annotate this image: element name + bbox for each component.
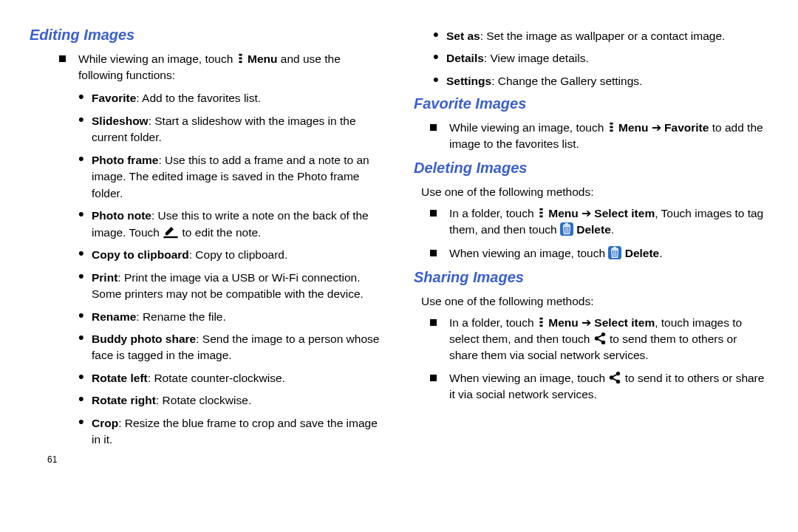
label: Rename [92,310,136,323]
menu-label: Menu [618,121,648,134]
text: In a folder, touch [449,207,537,219]
share-icon [593,332,607,345]
label: Set as [446,30,480,42]
label: Buddy photo share [92,332,196,345]
label: Rotate right [92,394,156,406]
intro-editing: While viewing an image, touch Menu and u… [50,51,384,83]
share-method-1: In a folder, touch Menu ➔ Select item, t… [421,315,768,363]
item-set-as: Set as: Set the image as wallpaper or a … [433,28,768,44]
desc: : Set the image as wallpaper or a contac… [480,30,726,42]
text: In a folder, touch [449,316,537,329]
text: . [659,247,662,259]
share-intro: Use one of the following methods: [421,293,768,310]
heading-sharing-images: Sharing Images [414,269,768,286]
desc: : Resize the blue frame to crop and save… [92,417,378,446]
item-print: Print: Print the image via a USB or Wi-F… [78,270,384,303]
label: Settings [446,75,491,87]
item-rotate-right: Rotate right: Rotate clockwise. [78,392,384,409]
share-icon [608,371,621,384]
label: Photo note [92,209,151,222]
right-column: Set as: Set the image as wallpaper or a … [414,22,768,465]
manual-page: Editing Images While viewing an image, t… [0,0,798,480]
desc: : Change the Gallery settings. [491,75,642,87]
item-photo-frame: Photo frame: Use this to add a frame and… [78,152,384,202]
select-item-label: Select item [594,207,655,219]
label: Print [92,271,117,284]
desc: : Copy to clipboard. [189,248,288,261]
item-copy: Copy to clipboard: Copy to clipboard. [78,247,384,263]
heading-favorite-images: Favorite Images [414,95,768,112]
item-slideshow: Slideshow: Start a slideshow with the im… [78,113,384,146]
select-item-label: Select item [594,316,655,329]
desc: : Add to the favorites list. [136,92,261,104]
delete-label: Delete [625,247,660,259]
item-details: Details: View image details. [433,50,768,66]
heading-editing-images: Editing Images [30,27,384,44]
page-number: 61 [47,454,384,465]
favorite-instruction: While viewing an image, touch Menu ➔ Fav… [421,120,768,151]
share-method-2: When viewing an image, touch to send it … [421,370,768,402]
item-rename: Rename: Rename the file. [78,309,384,325]
delete-method-2: When viewing an image, touch Delete. [421,245,768,262]
item-photo-note: Photo note: Use this to write a note on … [78,208,384,241]
desc: : Rename the file. [136,310,225,323]
delete-label: Delete [576,223,611,236]
menu-icon [537,206,545,219]
menu-label: Menu [548,316,578,329]
item-settings: Settings: Change the Gallery settings. [433,73,768,89]
left-column: Editing Images While viewing an image, t… [30,22,384,465]
label: Crop [92,417,118,429]
text: When viewing an image, touch [449,372,608,384]
text: . [611,223,614,236]
desc: : View image details. [484,52,589,64]
delete-method-1: In a folder, touch Menu ➔ Select item, T… [421,205,768,237]
arrow: ➔ [648,121,664,134]
pen-icon [163,227,179,239]
label: Rotate left [92,372,148,384]
desc: : Rotate clockwise. [156,394,251,406]
label: Copy to clipboard [92,248,189,261]
menu-icon [236,52,245,65]
item-buddy: Buddy photo share: Send the image to a p… [78,331,384,364]
heading-deleting-images: Deleting Images [414,160,768,177]
label: Slideshow [92,115,149,127]
text: While viewing an image, touch [78,52,236,65]
text: While viewing an image, touch [449,121,607,134]
label: Favorite [92,92,136,104]
arrow: ➔ [579,207,595,219]
trash-icon [560,222,573,236]
label: Details [446,52,484,64]
label: Photo frame [92,154,158,166]
item-crop: Crop: Resize the blue frame to crop and … [78,415,384,449]
arrow: ➔ [579,316,595,329]
desc: to edit the note. [183,226,262,239]
menu-label: Menu [248,52,277,65]
text: When viewing an image, touch [449,247,608,259]
desc: : Print the image via a USB or Wi-Fi con… [92,271,364,300]
menu-icon [607,120,615,134]
item-favorite: Favorite: Add to the favorites list. [78,90,384,106]
favorite-label: Favorite [664,121,709,134]
trash-icon [608,246,621,259]
item-rotate-left: Rotate left: Rotate counter-clockwise. [78,370,384,386]
desc: : Rotate counter-clockwise. [148,372,285,384]
delete-intro: Use one of the following methods: [421,184,768,200]
menu-label: Menu [548,207,578,219]
menu-icon [537,316,545,329]
